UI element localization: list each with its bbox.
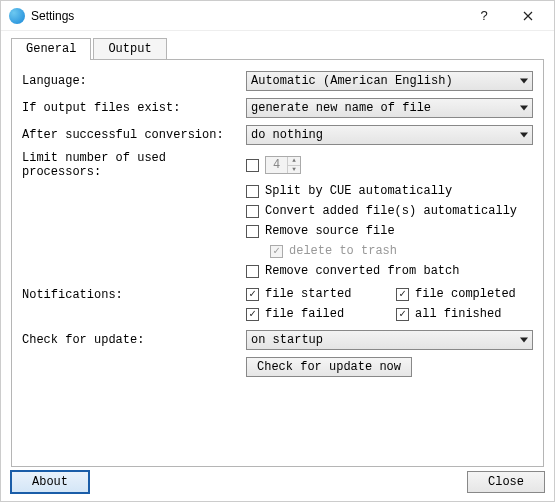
file-completed-label: file completed — [415, 287, 516, 301]
after-conv-value: do nothing — [251, 128, 323, 142]
tab-output[interactable]: Output — [93, 38, 166, 60]
convert-auto-checkbox[interactable] — [246, 205, 259, 218]
spinner-up-icon[interactable]: ▲ — [288, 157, 300, 166]
if-exist-value: generate new name of file — [251, 101, 431, 115]
if-exist-dropdown[interactable]: generate new name of file — [246, 98, 533, 118]
window-title: Settings — [31, 9, 74, 23]
spinner-down-icon[interactable]: ▼ — [288, 166, 300, 174]
chevron-down-icon — [520, 338, 528, 343]
check-update-value: on startup — [251, 333, 323, 347]
after-conv-label: After successful conversion: — [22, 128, 246, 142]
window-close-button[interactable] — [506, 2, 550, 30]
all-finished-checkbox[interactable] — [396, 308, 409, 321]
chevron-down-icon — [520, 133, 528, 138]
tab-general[interactable]: General — [11, 38, 91, 60]
split-cue-checkbox[interactable] — [246, 185, 259, 198]
convert-auto-label: Convert added file(s) automatically — [265, 204, 517, 218]
remove-source-label: Remove source file — [265, 224, 395, 238]
all-finished-label: all finished — [415, 307, 501, 321]
delete-trash-label: delete to trash — [289, 244, 397, 258]
chevron-down-icon — [520, 106, 528, 111]
notifications-label: Notifications: — [22, 288, 246, 302]
remove-source-checkbox[interactable] — [246, 225, 259, 238]
remove-converted-checkbox[interactable] — [246, 265, 259, 278]
language-label: Language: — [22, 74, 246, 88]
close-icon — [523, 11, 533, 21]
close-button[interactable]: Close — [467, 471, 545, 493]
remove-converted-label: Remove converted from batch — [265, 264, 459, 278]
limit-proc-label: Limit number of used processors: — [22, 151, 246, 179]
if-exist-label: If output files exist: — [22, 101, 246, 115]
file-started-checkbox[interactable] — [246, 288, 259, 301]
file-completed-checkbox[interactable] — [396, 288, 409, 301]
file-started-label: file started — [265, 287, 351, 301]
limit-proc-checkbox[interactable] — [246, 159, 259, 172]
tab-bar: General Output — [11, 38, 544, 60]
app-icon — [9, 8, 25, 24]
footer: About Close — [0, 462, 555, 502]
chevron-down-icon — [520, 79, 528, 84]
file-failed-checkbox[interactable] — [246, 308, 259, 321]
language-value: Automatic (American English) — [251, 74, 453, 88]
processors-value: 4 — [266, 157, 288, 173]
check-update-label: Check for update: — [22, 333, 246, 347]
titlebar: Settings ? — [1, 1, 554, 31]
check-update-dropdown[interactable]: on startup — [246, 330, 533, 350]
delete-trash-checkbox — [270, 245, 283, 258]
processors-spinner[interactable]: 4 ▲ ▼ — [265, 156, 301, 174]
language-dropdown[interactable]: Automatic (American English) — [246, 71, 533, 91]
split-cue-label: Split by CUE automatically — [265, 184, 452, 198]
help-button[interactable]: ? — [462, 2, 506, 30]
about-button[interactable]: About — [10, 470, 90, 494]
file-failed-label: file failed — [265, 307, 344, 321]
after-conv-dropdown[interactable]: do nothing — [246, 125, 533, 145]
check-update-now-button[interactable]: Check for update now — [246, 357, 412, 377]
general-panel: Language: Automatic (American English) I… — [11, 59, 544, 467]
